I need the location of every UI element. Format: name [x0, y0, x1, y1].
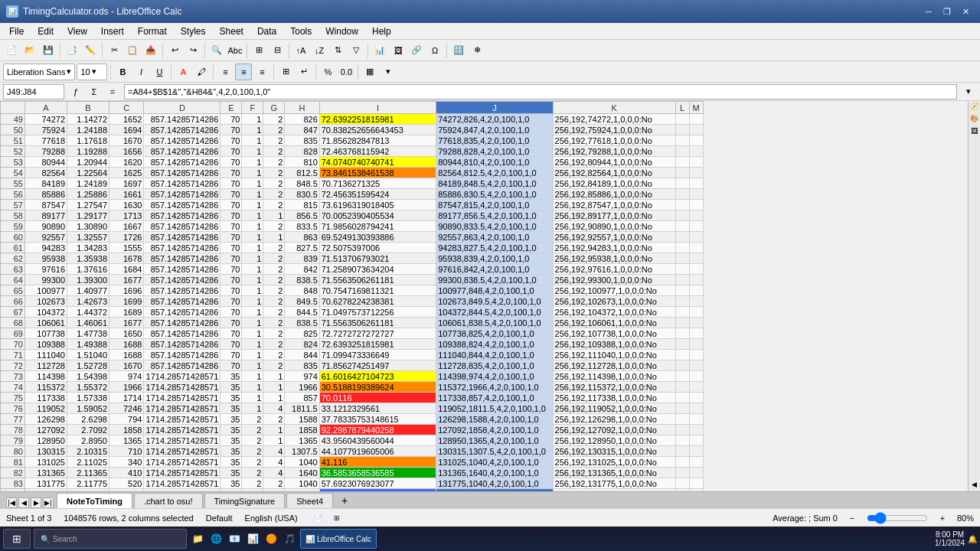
- cell-e83[interactable]: 35: [220, 478, 242, 489]
- cell-g52[interactable]: 2: [263, 146, 285, 157]
- cell-f80[interactable]: 2: [242, 446, 263, 457]
- col-insert-btn[interactable]: ⊞: [250, 42, 267, 59]
- font-name-dropdown[interactable]: Liberation Sans ▾: [3, 64, 75, 80]
- cell-j69[interactable]: 107738,825,4,2,0,100,1,0: [436, 328, 553, 339]
- cell-a59[interactable]: 90890: [25, 221, 67, 232]
- cell-h68[interactable]: 838.5: [285, 318, 319, 328]
- cell-l81[interactable]: [675, 457, 689, 468]
- cell-h62[interactable]: 839: [285, 253, 319, 264]
- cell-g49[interactable]: 2: [263, 114, 285, 125]
- cell-j52[interactable]: 79288,828,4,2,0,100,1,0: [436, 146, 553, 157]
- cell-i82[interactable]: 36.5853658536585: [319, 468, 436, 478]
- cell-k57[interactable]: 256,192,87547,1,0,0,0:No: [553, 200, 675, 210]
- cell-k73[interactable]: 256,192,114398,1,0,0,0:No: [553, 371, 675, 382]
- cell-b60[interactable]: 1.32557: [67, 232, 109, 243]
- cell-m74[interactable]: [689, 382, 703, 393]
- cell-h83[interactable]: 1040: [285, 478, 319, 489]
- menu-styles[interactable]: Styles: [175, 24, 212, 38]
- cell-c72[interactable]: 1670: [109, 360, 144, 371]
- cell-i52[interactable]: 72.463768115942: [319, 146, 436, 157]
- cell-h70[interactable]: 824: [285, 339, 319, 350]
- cell-j63[interactable]: 97616,842,4,2,0,100,1,0: [436, 264, 553, 275]
- menu-view[interactable]: View: [61, 24, 93, 38]
- sheet-scroll[interactable]: A B C D E F G H I J K L M 49742721.14272…: [0, 101, 980, 491]
- cell-e78[interactable]: 35: [220, 425, 242, 435]
- cell-f72[interactable]: 1: [242, 360, 263, 371]
- cell-k67[interactable]: 256,192,104372,1,0,0,0:No: [553, 307, 675, 318]
- cell-h72[interactable]: 835: [285, 360, 319, 371]
- cell-d83[interactable]: 1714.28571428571: [144, 478, 220, 489]
- cell-h61[interactable]: 827.5: [285, 243, 319, 253]
- cell-m82[interactable]: [689, 468, 703, 478]
- cell-k68[interactable]: 256,192,106061,1,0,0,0:No: [553, 318, 675, 328]
- cell-l67[interactable]: [675, 307, 689, 318]
- cell-e51[interactable]: 70: [220, 135, 242, 146]
- cell-c75[interactable]: 1714: [109, 393, 144, 403]
- filter-btn[interactable]: ▽: [348, 42, 364, 59]
- cell-b69[interactable]: 1.47738: [67, 328, 109, 339]
- cell-a49[interactable]: 74272: [25, 114, 67, 125]
- cell-j51[interactable]: 77618,835,4,2,0,100,1,0: [436, 135, 553, 146]
- row-insert-btn[interactable]: ⊟: [269, 42, 286, 59]
- cell-g67[interactable]: 2: [263, 307, 285, 318]
- cell-i58[interactable]: 70.0052390405534: [319, 210, 436, 221]
- cell-e58[interactable]: 70: [220, 210, 242, 221]
- cell-d61[interactable]: 857.14285714286: [144, 243, 220, 253]
- cell-i78[interactable]: 92.2987879440258: [319, 425, 436, 435]
- cell-j71[interactable]: 111040,844,4,2,0,100,1,0: [436, 350, 553, 360]
- cell-a50[interactable]: 75924: [25, 125, 67, 135]
- cell-i77[interactable]: 37.78335753148615: [319, 414, 436, 425]
- cell-k80[interactable]: 256,192,130315,1,0,0,0:No: [553, 446, 675, 457]
- cell-k59[interactable]: 256,192,90890,1,0,0,0:No: [553, 221, 675, 232]
- cell-i49[interactable]: 72.6392251815981: [319, 114, 436, 125]
- find-btn[interactable]: 🔍: [208, 42, 225, 59]
- tab-chart-to-osu[interactable]: .chart to osu!: [134, 493, 203, 508]
- cell-g68[interactable]: 2: [263, 318, 285, 328]
- cell-m83[interactable]: [689, 478, 703, 489]
- cell-d64[interactable]: 857.14285714286: [144, 275, 220, 285]
- cell-h55[interactable]: 848.5: [285, 178, 319, 189]
- cell-g73[interactable]: 1: [263, 371, 285, 382]
- cell-f54[interactable]: 1: [242, 168, 263, 178]
- cell-h69[interactable]: 825: [285, 328, 319, 339]
- cell-a57[interactable]: 87547: [25, 200, 67, 210]
- cell-j49[interactable]: 74272,826,4,2,0,100,1,0: [436, 114, 553, 125]
- formula-btn[interactable]: =: [104, 83, 121, 100]
- cell-g54[interactable]: 2: [263, 168, 285, 178]
- save-btn[interactable]: 💾: [40, 42, 57, 59]
- taskbar-music[interactable]: 🎵: [282, 531, 297, 546]
- menu-tools[interactable]: Tools: [284, 24, 318, 38]
- cell-i76[interactable]: 33.1212329561: [319, 403, 436, 414]
- cell-a79[interactable]: 128950: [25, 435, 67, 446]
- cell-e56[interactable]: 70: [220, 189, 242, 200]
- cell-i56[interactable]: 72.456351595424: [319, 189, 436, 200]
- cell-m60[interactable]: [689, 232, 703, 243]
- cell-f74[interactable]: 1: [242, 382, 263, 393]
- taskbar-app1[interactable]: 🟠: [263, 531, 279, 546]
- align-center-btn[interactable]: ≡: [235, 64, 252, 80]
- cell-m57[interactable]: [689, 200, 703, 210]
- cell-a60[interactable]: 92557: [25, 232, 67, 243]
- cell-b71[interactable]: 1.51040: [67, 350, 109, 360]
- cell-c61[interactable]: 1555: [109, 243, 144, 253]
- font-color-btn[interactable]: A: [175, 64, 191, 80]
- cell-b79[interactable]: 2.8950: [67, 435, 109, 446]
- cell-e82[interactable]: 35: [220, 468, 242, 478]
- col-headers-btn[interactable]: 🔠: [450, 42, 467, 59]
- cell-b74[interactable]: 1.55372: [67, 382, 109, 393]
- cell-i64[interactable]: 71.5563506261181: [319, 275, 436, 285]
- cell-j77[interactable]: 126298,1588,4,2,0,100,1,0: [436, 414, 553, 425]
- cell-c81[interactable]: 340: [109, 457, 144, 468]
- cell-f78[interactable]: 2: [242, 425, 263, 435]
- cell-g78[interactable]: 1: [263, 425, 285, 435]
- cell-e76[interactable]: 35: [220, 403, 242, 414]
- cell-a81[interactable]: 131025: [25, 457, 67, 468]
- cell-c64[interactable]: 1677: [109, 275, 144, 285]
- cell-h59[interactable]: 833.5: [285, 221, 319, 232]
- cell-m56[interactable]: [689, 189, 703, 200]
- cell-d69[interactable]: 857.14285714286: [144, 328, 220, 339]
- cell-j79[interactable]: 128950,1365,4,2,0,100,1,0: [436, 435, 553, 446]
- cell-j72[interactable]: 112728,835,4,2,0,100,1,0: [436, 360, 553, 371]
- cell-g51[interactable]: 2: [263, 135, 285, 146]
- cell-m67[interactable]: [689, 307, 703, 318]
